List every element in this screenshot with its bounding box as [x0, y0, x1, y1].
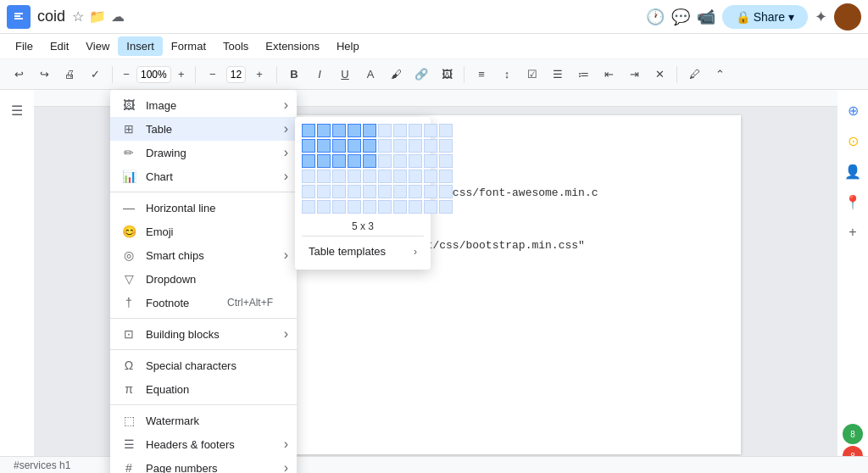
- video-icon[interactable]: 📹: [697, 8, 715, 26]
- folder-icon[interactable]: 📁: [89, 8, 106, 25]
- table-cell[interactable]: [302, 154, 315, 168]
- comment-icon[interactable]: 💬: [671, 8, 690, 26]
- menu-extensions[interactable]: Extensions: [257, 36, 328, 56]
- italic-button[interactable]: I: [308, 63, 331, 86]
- checklist-button[interactable]: ☑: [520, 63, 544, 86]
- table-cell[interactable]: [348, 139, 361, 153]
- table-cell[interactable]: [424, 154, 437, 168]
- table-cell[interactable]: [363, 170, 376, 183]
- table-cell[interactable]: [302, 200, 315, 214]
- menu-option-page-numbers[interactable]: # Page numbers: [110, 456, 297, 473]
- table-cell[interactable]: [348, 185, 361, 198]
- table-cell[interactable]: [332, 124, 346, 137]
- expand-button[interactable]: ⌃: [708, 63, 732, 86]
- table-cell[interactable]: [378, 185, 392, 198]
- font-size-minus[interactable]: −: [201, 63, 225, 86]
- table-cell[interactable]: [393, 185, 407, 198]
- table-cell[interactable]: [363, 154, 376, 168]
- table-cell[interactable]: [439, 139, 453, 153]
- avatar[interactable]: [834, 3, 861, 31]
- sidebar-right-icon-2[interactable]: ⊙: [839, 127, 866, 154]
- table-cell[interactable]: [363, 200, 376, 214]
- star-filled-icon[interactable]: ✦: [815, 8, 827, 26]
- menu-view[interactable]: View: [77, 36, 118, 56]
- menu-format[interactable]: Format: [163, 36, 214, 56]
- table-cell[interactable]: [332, 185, 346, 198]
- table-cell[interactable]: [317, 139, 331, 153]
- table-cell[interactable]: [378, 170, 392, 183]
- table-cell[interactable]: [302, 170, 315, 183]
- undo-button[interactable]: ↩: [7, 63, 31, 86]
- redo-button[interactable]: ↪: [32, 63, 56, 86]
- style-button[interactable]: 🖊: [682, 63, 706, 86]
- menu-option-table[interactable]: ⊞ Table 5 x 3 Table templates: [110, 117, 297, 141]
- spellcheck-button[interactable]: ✓: [83, 63, 107, 86]
- link-button[interactable]: 🔗: [409, 63, 433, 86]
- table-submenu[interactable]: 5 x 3 Table templates: [295, 117, 431, 270]
- table-cell[interactable]: [393, 124, 407, 137]
- zoom-box[interactable]: 100%: [136, 66, 171, 83]
- table-cell[interactable]: [363, 185, 376, 198]
- sidebar-right-icon-3[interactable]: 👤: [839, 158, 866, 185]
- list-icon[interactable]: ☰: [3, 97, 31, 124]
- table-cell[interactable]: [439, 200, 453, 214]
- table-cell[interactable]: [393, 154, 407, 168]
- table-cell[interactable]: [409, 200, 422, 214]
- table-cell[interactable]: [439, 124, 453, 137]
- table-cell[interactable]: [332, 139, 346, 153]
- table-cell[interactable]: [302, 139, 315, 153]
- sidebar-right-icon-1[interactable]: ⊕: [839, 97, 866, 124]
- table-cell[interactable]: [424, 124, 437, 137]
- table-cell[interactable]: [439, 170, 453, 183]
- underline-button[interactable]: U: [333, 63, 357, 86]
- menu-option-drawing[interactable]: ✏ Drawing: [110, 141, 297, 164]
- table-cell[interactable]: [439, 185, 453, 198]
- line-spacing-button[interactable]: ↕: [495, 63, 519, 86]
- menu-insert[interactable]: Insert: [118, 36, 163, 56]
- menu-option-headers-footers[interactable]: ☰ Headers & footers: [110, 432, 297, 456]
- highlight-button[interactable]: 🖌: [384, 63, 408, 86]
- indent-less-button[interactable]: ⇤: [597, 63, 620, 86]
- menu-option-building-blocks[interactable]: ⊡ Building blocks: [110, 322, 297, 346]
- zoom-in-button[interactable]: +: [173, 63, 190, 86]
- font-size-box[interactable]: 12: [226, 66, 246, 83]
- print-button[interactable]: 🖨: [58, 63, 81, 86]
- table-cell[interactable]: [348, 170, 361, 183]
- doc-title[interactable]: coid: [37, 8, 65, 25]
- clear-format-button[interactable]: ✕: [648, 63, 671, 86]
- table-cell[interactable]: [378, 200, 392, 214]
- font-size-plus[interactable]: +: [248, 63, 271, 86]
- table-grid[interactable]: [302, 124, 424, 214]
- table-cell[interactable]: [439, 154, 453, 168]
- zoom-out-button[interactable]: −: [118, 63, 135, 86]
- bold-button[interactable]: B: [282, 63, 306, 86]
- menu-option-smart-chips[interactable]: ◎ Smart chips: [110, 243, 297, 267]
- menu-option-footnote[interactable]: † Footnote Ctrl+Alt+F: [110, 291, 297, 314]
- table-cell[interactable]: [317, 154, 331, 168]
- indent-more-button[interactable]: ⇥: [622, 63, 646, 86]
- table-cell[interactable]: [332, 154, 346, 168]
- table-cell[interactable]: [348, 154, 361, 168]
- menu-tools[interactable]: Tools: [214, 36, 257, 56]
- bullet-list-button[interactable]: ☰: [546, 63, 570, 86]
- menu-option-image[interactable]: 🖼 Image: [110, 93, 297, 117]
- menu-file[interactable]: File: [7, 36, 42, 56]
- table-cell[interactable]: [317, 200, 331, 214]
- sidebar-right-icon-4[interactable]: 📍: [839, 188, 866, 215]
- table-cell[interactable]: [317, 124, 331, 137]
- insert-menu[interactable]: 🖼 Image ⊞ Table 5 x 3 Table templates ✏ …: [110, 90, 297, 473]
- menu-option-watermark[interactable]: ⬚ Watermark: [110, 409, 297, 432]
- menu-option-equation[interactable]: π Equation: [110, 377, 297, 401]
- menu-option-dropdown[interactable]: ▽ Dropdown: [110, 267, 297, 291]
- share-button[interactable]: 🔒 Share ▾: [722, 5, 808, 29]
- table-cell[interactable]: [348, 124, 361, 137]
- menu-option-special-chars[interactable]: Ω Special characters: [110, 353, 297, 377]
- table-cell[interactable]: [409, 124, 422, 137]
- menu-help[interactable]: Help: [328, 36, 368, 56]
- menu-option-emoji[interactable]: 😊 Emoji: [110, 220, 297, 243]
- table-templates-option[interactable]: Table templates: [302, 240, 424, 263]
- table-cell[interactable]: [424, 139, 437, 153]
- table-cell[interactable]: [302, 185, 315, 198]
- numbered-list-button[interactable]: ≔: [571, 63, 595, 86]
- table-cell[interactable]: [332, 200, 346, 214]
